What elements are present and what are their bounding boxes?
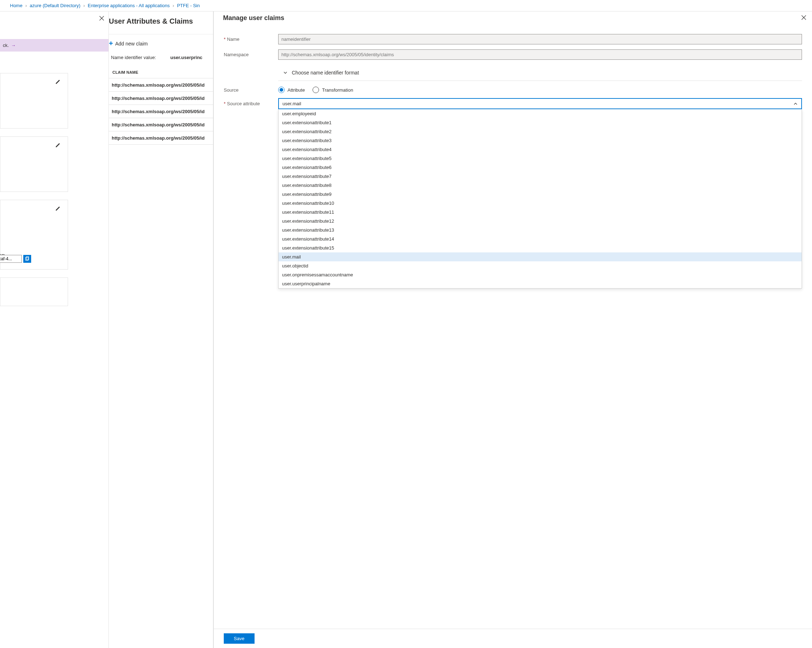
dropdown-option[interactable]: user.extensionattribute8 — [279, 181, 801, 190]
config-card-4 — [0, 277, 68, 306]
dropdown-option[interactable]: user.employeeid — [279, 109, 801, 118]
config-card-2 — [0, 136, 68, 192]
add-claim-label: Add new claim — [115, 41, 148, 47]
radio-transformation[interactable]: Transformation — [313, 87, 353, 93]
claim-row[interactable]: http://schemas.xmlsoap.org/ws/2005/05/id — [109, 91, 213, 105]
panel-title-attributes: User Attributes & Claims — [109, 13, 213, 30]
dropdown-option[interactable]: user.extensionattribute12 — [279, 217, 801, 226]
dropdown-option[interactable]: user.extensionattribute5 — [279, 154, 801, 163]
radio-attribute-label: Attribute — [287, 87, 305, 93]
attributes-claims-panel: User Attributes & Claims + Add new claim… — [108, 11, 213, 648]
config-card-1 — [0, 73, 68, 128]
dropdown-option[interactable]: user.extensionattribute13 — [279, 226, 801, 235]
left-column: ck. → D78D — [0, 11, 108, 648]
copy-icon — [25, 256, 30, 261]
expander-label: Choose name identifier format — [292, 70, 359, 76]
radio-icon — [313, 87, 319, 93]
edit-card-1[interactable] — [55, 79, 61, 85]
namespace-label: Namespace — [224, 52, 249, 57]
claim-name-header: CLAIM NAME — [109, 66, 213, 78]
config-card-3: D78D — [0, 200, 68, 270]
radio-transformation-label: Transformation — [322, 87, 353, 93]
claim-row[interactable]: http://schemas.xmlsoap.org/ws/2005/05/id — [109, 78, 213, 91]
breadcrumb-enterprise-apps[interactable]: Enterprise applications - All applicatio… — [88, 3, 170, 8]
dropdown-option[interactable]: user.extensionattribute3 — [279, 136, 801, 145]
claim-row[interactable]: http://schemas.xmlsoap.org/ws/2005/05/id — [109, 105, 213, 118]
dropdown-option[interactable]: user.extensionattribute4 — [279, 145, 801, 154]
dropdown-option[interactable]: user.extensionattribute11 — [279, 207, 801, 217]
claim-row[interactable]: http://schemas.xmlsoap.org/ws/2005/05/id — [109, 131, 213, 145]
arrow-right-icon: → — [11, 43, 16, 48]
chevron-right-icon: › — [172, 3, 174, 8]
chevron-right-icon: › — [25, 3, 27, 8]
dropdown-option[interactable]: user.objectid — [279, 261, 801, 270]
close-icon — [99, 16, 104, 21]
close-right-panel[interactable] — [801, 15, 806, 21]
source-label: Source — [224, 87, 238, 93]
niv-label: Name identifier value: — [111, 55, 156, 60]
panel-title-manage-claims: Manage user claims — [223, 14, 284, 22]
name-input — [278, 34, 802, 44]
pencil-icon — [55, 142, 61, 148]
chevron-right-icon: › — [83, 3, 85, 8]
name-label: Name — [227, 37, 240, 42]
chevron-up-icon — [794, 102, 798, 106]
dropdown-value: user.mail — [282, 101, 301, 106]
source-attribute-label: Source attribute — [227, 101, 260, 106]
claims-list: http://schemas.xmlsoap.org/ws/2005/05/id… — [109, 78, 213, 145]
dropdown-option[interactable]: user.extensionattribute14 — [279, 235, 801, 244]
name-identifier-row: Name identifier value: user.userprinc — [109, 52, 213, 66]
breadcrumb-app[interactable]: PTFE - Sin — [177, 3, 200, 8]
feedback-notice[interactable]: ck. → — [0, 39, 108, 52]
niv-value: user.userprinc — [170, 55, 203, 60]
edit-card-3[interactable] — [55, 206, 61, 212]
namespace-input — [278, 49, 802, 60]
edit-card-2[interactable] — [55, 142, 61, 149]
dropdown-option[interactable]: user.userprincipalname — [279, 279, 801, 288]
claim-row[interactable]: http://schemas.xmlsoap.org/ws/2005/05/id — [109, 118, 213, 131]
dropdown-option[interactable]: user.extensionattribute1 — [279, 118, 801, 127]
dropdown-option[interactable]: user.extensionattribute7 — [279, 172, 801, 181]
manage-user-claims-panel: Manage user claims *Name Namespace Choos… — [213, 11, 812, 648]
source-attribute-dropdown[interactable]: user.mail — [278, 98, 802, 109]
notice-text: ck. — [3, 43, 9, 48]
add-new-claim-button[interactable]: + Add new claim — [109, 34, 213, 52]
breadcrumb-home[interactable]: Home — [10, 3, 23, 8]
dropdown-option[interactable]: user.extensionattribute10 — [279, 199, 801, 207]
dropdown-option[interactable]: user.extensionattribute9 — [279, 190, 801, 199]
close-icon — [801, 15, 806, 20]
breadcrumb: Home › azure (Default Directory) › Enter… — [0, 0, 812, 11]
chevron-down-icon — [283, 70, 287, 75]
close-left-panel[interactable] — [99, 11, 108, 22]
plus-icon: + — [109, 40, 113, 47]
card-3-readonly-input[interactable] — [0, 255, 22, 263]
radio-icon — [278, 87, 285, 93]
source-attribute-options: user.employeeiduser.extensionattribute1u… — [278, 109, 802, 288]
dropdown-option[interactable]: user.extensionattribute15 — [279, 244, 801, 252]
pencil-icon — [55, 206, 61, 211]
pencil-icon — [55, 79, 61, 84]
dropdown-option[interactable]: user.mail — [279, 252, 801, 261]
choose-name-identifier-format-expander[interactable]: Choose name identifier format — [278, 65, 802, 81]
dropdown-option[interactable]: user.onpremisessamaccountname — [279, 270, 801, 279]
copy-button[interactable] — [23, 255, 31, 263]
dropdown-option[interactable]: user.extensionattribute2 — [279, 127, 801, 136]
dropdown-option[interactable]: user.extensionattribute6 — [279, 163, 801, 172]
save-button[interactable]: Save — [224, 633, 255, 644]
breadcrumb-directory[interactable]: azure (Default Directory) — [30, 3, 81, 8]
radio-attribute[interactable]: Attribute — [278, 87, 305, 93]
